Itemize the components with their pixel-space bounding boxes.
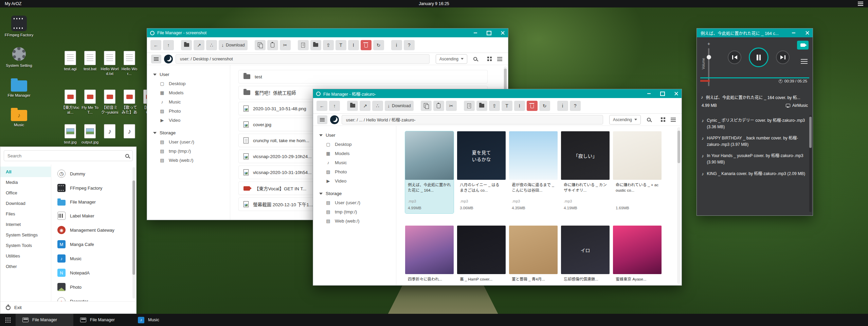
help-button[interactable]: ? — [570, 101, 581, 111]
search-button[interactable] — [644, 115, 653, 124]
sidebar-item[interactable]: ▤ tmp (tmp:/) — [147, 147, 230, 156]
list-view-button[interactable] — [669, 115, 677, 124]
share-button[interactable]: ∴ — [206, 40, 217, 50]
new-file-button[interactable] — [464, 101, 475, 111]
app-item[interactable]: ♪ Music — [51, 251, 136, 266]
close-button[interactable] — [497, 28, 508, 37]
sidebar-item[interactable]: ▦ Models — [147, 88, 230, 97]
minimize-button[interactable] — [788, 28, 799, 37]
volume-knob[interactable] — [707, 55, 711, 59]
breadcrumb[interactable]: user: / ... / Hello World / 柘榴-zakuro- — [342, 115, 603, 124]
app-item[interactable]: ● Recorder — [51, 294, 136, 301]
sidebar-item[interactable]: ▤ User (user:/) — [313, 198, 396, 207]
sidebar-item[interactable]: ♪ Music — [313, 158, 396, 167]
sidebar-header-storage[interactable]: Storage — [147, 128, 230, 137]
info-button[interactable]: i — [557, 101, 568, 111]
sort-dropdown[interactable]: Ascending — [436, 54, 467, 64]
cut-button[interactable]: ✂ — [446, 101, 457, 111]
upload-button[interactable]: ⇧ — [489, 101, 500, 111]
desktop-icon[interactable]: output.jpg — [80, 124, 100, 145]
search-input[interactable] — [7, 153, 123, 158]
properties-button[interactable]: I — [514, 101, 525, 111]
sidebar-header-user[interactable]: User — [147, 70, 230, 79]
category-item[interactable]: Download — [0, 198, 51, 209]
sidebar-item[interactable]: ▢ Desktop — [313, 140, 396, 149]
app-item[interactable]: N NotepadA — [51, 266, 136, 280]
category-item[interactable]: Office — [0, 188, 51, 198]
file-tile[interactable]: 蜜蜂東京 Ayase... — [613, 226, 662, 285]
taskbar-task[interactable]: ♪ Music — [131, 314, 189, 326]
grid-view-button[interactable] — [483, 55, 492, 63]
sidebar-item[interactable]: ▨ Photo — [313, 167, 396, 176]
paste-button[interactable] — [267, 40, 278, 50]
close-button[interactable] — [802, 28, 813, 37]
open-button[interactable] — [347, 101, 358, 111]
close-button[interactable] — [671, 89, 682, 98]
file-tile[interactable]: 「寂しい」 命に嫌われている _ カンザキイオリ... .mp3 4.19MB — [561, 131, 610, 213]
properties-button[interactable]: I — [348, 40, 359, 50]
copy-button[interactable] — [421, 101, 432, 111]
maximize-button[interactable] — [657, 89, 668, 98]
file-tile[interactable]: 君が夜の海に還るまで _ こんにちは谷田... .mp3 4.35MB — [509, 131, 558, 213]
grid-view-button[interactable] — [656, 115, 665, 124]
sidebar-header-storage[interactable]: Storage — [313, 189, 396, 198]
desktop-icon[interactable]: Hello Wor... — [120, 51, 139, 76]
download-button[interactable]: ↓ Download — [385, 101, 414, 111]
category-item[interactable]: Utilities — [0, 251, 51, 261]
window-titlebar[interactable]: 例えば、今此処に置かれた花に _ 164 c... — [697, 28, 813, 37]
cast-button[interactable] — [797, 41, 809, 50]
desktop-icon[interactable]: FFmpeg Factory — [3, 16, 35, 37]
taskbar-task[interactable]: File Manager — [73, 314, 131, 326]
scrollbar-thumb[interactable] — [809, 117, 812, 148]
sidebar-item[interactable]: ♪ Music — [147, 97, 230, 107]
category-item[interactable]: System Tools — [0, 240, 51, 251]
desktop-icon[interactable]: test.jpg — [61, 124, 80, 145]
category-item[interactable]: System Settings — [0, 230, 51, 240]
upload-button[interactable]: ⇧ — [323, 40, 334, 50]
app-item[interactable]: Photo — [51, 280, 136, 294]
app-item[interactable]: Label Maker — [51, 209, 136, 223]
volume-slider[interactable]: Volume + — [702, 41, 710, 86]
copy-button[interactable] — [255, 40, 266, 50]
playlist-item[interactable]: Cynic _ ポリスピカデリー cover. by 柘榴-zakuro-.mp… — [702, 117, 807, 130]
search-button[interactable] — [471, 55, 480, 63]
desktop-icon[interactable]: Hello World.txt — [100, 51, 119, 76]
exit-button[interactable]: Exit — [14, 305, 22, 310]
desktop-icon[interactable]: System Setting — [3, 46, 35, 68]
trash-button[interactable] — [527, 101, 538, 111]
desktop-icon[interactable]: 【東方Vocal... — [61, 90, 80, 115]
app-item[interactable]: ◉ Management Gateway — [51, 223, 136, 237]
playlist-toggle-icon[interactable] — [801, 59, 808, 64]
sidebar-item[interactable]: ▶ Video — [313, 176, 396, 186]
taskbar-task[interactable]: File Manager — [16, 314, 73, 326]
maximize-button[interactable] — [484, 28, 494, 37]
scrollbar-thumb[interactable] — [677, 131, 680, 163]
file-tile[interactable]: 夏を見て いるかな 八月のレイニー _ はるまきごはん co... .mp3 3… — [457, 131, 506, 213]
file-tile[interactable]: 四季折々に扱われ... — [405, 226, 454, 285]
share-button[interactable]: ∴ — [372, 101, 383, 111]
back-button[interactable]: ← — [150, 40, 161, 50]
app-item[interactable]: M Manga Cafe — [51, 237, 136, 251]
breadcrumb[interactable]: user: / Desktop / screenshot — [176, 54, 430, 64]
app-item[interactable]: ◷ Dummy — [51, 167, 136, 181]
playlist-item[interactable]: In Your Hands _ yusukeP cover. by 柘榴-zak… — [702, 153, 807, 165]
paste-button[interactable] — [433, 101, 444, 111]
file-row[interactable]: test — [238, 70, 488, 83]
sidebar-item[interactable]: ▤ tmp (tmp:/) — [313, 207, 396, 216]
sidebar-toggle-icon[interactable] — [317, 115, 327, 124]
sidebar-item[interactable]: ▶ Video — [147, 116, 230, 125]
sidebar-item[interactable]: ▤ Web (web:/) — [147, 156, 230, 165]
cut-button[interactable]: ✂ — [280, 40, 291, 50]
sidebar-header-user[interactable]: User — [313, 131, 396, 140]
file-tile[interactable]: 命に嫌われている _ + acoustic co... 1.69MB — [613, 131, 662, 213]
desktop-icon[interactable]: Fly Me To T... — [80, 90, 100, 115]
download-button[interactable]: ↓ Download — [219, 40, 248, 50]
category-item[interactable]: Other — [0, 261, 51, 272]
scrollbar[interactable] — [132, 167, 135, 299]
playlist-item[interactable]: KING _ Kanaria cover. by 柘榴-zakuro-.mp3 … — [702, 171, 807, 177]
desktop-icon[interactable]: 【歌ってみた】あめの... — [120, 90, 139, 115]
app-item[interactable]: FFmpeg Factory — [51, 181, 136, 195]
next-track-button[interactable] — [776, 51, 790, 64]
dark-mode-toggle-icon[interactable] — [164, 55, 173, 63]
new-folder-button[interactable] — [476, 101, 487, 111]
